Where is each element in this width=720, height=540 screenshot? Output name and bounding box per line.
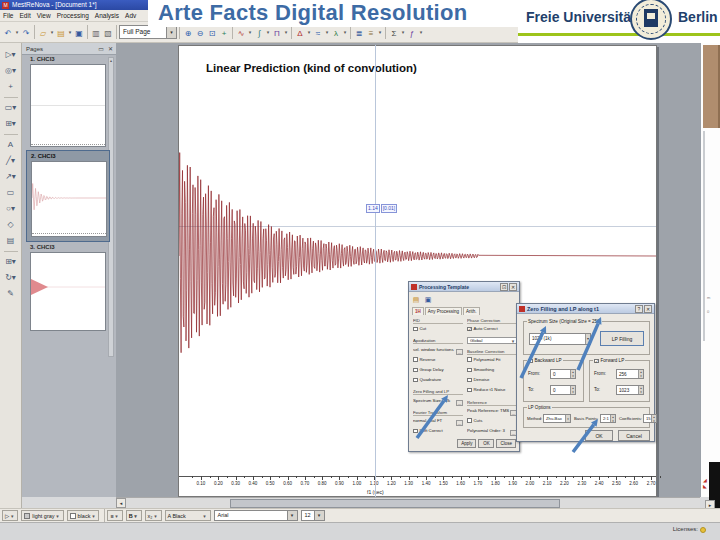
grid-icon[interactable]: ⊞▾ [4,117,18,131]
copy-icon[interactable]: ▧ [103,26,114,39]
save-icon[interactable]: ▣ [424,294,433,304]
page-thumbnail-1[interactable] [30,64,106,147]
line-tool-icon[interactable]: ╱▾ [4,154,18,168]
line-color-button[interactable]: black▾ [67,510,100,521]
scroll-up-icon[interactable]: ▴ [109,58,113,63]
basis-points-field[interactable]: 2:1▴▾ [600,414,616,423]
open-icon[interactable]: ▤ [56,26,67,39]
chevron-down-icon[interactable]: ▾ [287,511,297,520]
ok-button[interactable]: OK [585,430,613,441]
forward-from-field[interactable]: 256▴▾ [616,369,644,379]
chevron-down-icon[interactable]: ▾ [342,29,348,35]
peak-picking-icon[interactable]: ∿ [236,26,247,39]
close-icon[interactable]: ✕ [509,283,517,291]
scroll-left-arrow[interactable]: ◂ [116,498,126,508]
chevron-down-icon[interactable]: ▾ [166,26,176,38]
dialog-titlebar[interactable]: Zero Filling and LP along t1 ? ✕ [517,304,654,314]
close-button[interactable]: Close [496,439,516,448]
apply-button[interactable]: Apply [457,439,476,448]
pin-icon[interactable]: ▭ [98,43,104,55]
menu-view[interactable]: View [34,12,54,19]
method-combo[interactable]: Zhu-Bax▾ [543,414,571,423]
pointer-icon[interactable]: ▷▾ [4,48,18,62]
page-view-combo[interactable]: Full Page▾ [119,25,177,39]
forward-lp-checkbox[interactable] [594,359,599,364]
menu-file[interactable]: File [0,12,16,19]
chevron-down-icon[interactable]: ▾ [324,29,330,35]
dialog-titlebar[interactable]: Processing Template ⊡ ✕ [409,282,519,292]
spectrum-size-combo[interactable]: 1024 (1k) ▾ [529,333,591,345]
phase-correction-icon[interactable]: Δ [295,26,306,39]
rectangle-tool-icon[interactable]: ▭ [4,186,18,200]
chevron-down-icon[interactable]: ▾ [247,29,253,35]
sliver-scrollbar[interactable] [703,131,705,341]
undo-icon[interactable]: ↶ [3,26,14,39]
chevron-down-icon[interactable]: ▾ [400,29,406,35]
horizontal-scrollbar[interactable]: ◂ [116,497,700,508]
chevron-down-icon[interactable]: ▾ [14,29,20,35]
checkbox[interactable] [467,388,472,393]
font-color-button[interactable]: A Black▾ [165,510,211,521]
tab-arith-[interactable]: Arith. [463,307,480,315]
chevron-down-icon[interactable]: ▾ [67,29,73,35]
annotate-tool-icon[interactable]: ✎ [4,287,18,301]
new-document-icon[interactable]: ▱ [38,26,49,39]
checkbox[interactable] [413,357,418,362]
stacked-view-icon[interactable]: ≣ [354,26,365,39]
script-icon[interactable]: ƒ [407,26,418,39]
open-icon[interactable]: ▤ [412,294,421,304]
scrollbar-thumb[interactable] [230,499,560,508]
print-icon[interactable]: ▥ [91,26,102,39]
text-tool-icon[interactable]: A [4,138,18,152]
pan-icon[interactable]: + [219,26,230,39]
integration-icon[interactable]: ∫ [254,26,265,39]
chevron-down-icon[interactable]: ▾ [283,29,289,35]
baseline-correction-icon[interactable]: ≈ [313,26,324,39]
checkbox[interactable] [467,368,472,373]
checkbox[interactable] [467,418,472,423]
bold-button[interactable]: B▾ [126,510,142,521]
menu-analysis[interactable]: Analysis [92,12,122,19]
chevron-down-icon[interactable]: ▾ [377,29,383,35]
select-tool-button[interactable]: ▷▾ [2,510,18,521]
chevron-down-icon[interactable]: ▾ [314,511,324,520]
font-size-combo[interactable]: 12 ▾ [301,510,325,521]
multiplet-icon[interactable]: Π [272,26,283,39]
image-tool-icon[interactable]: ▤ [4,234,18,248]
chevron-down-icon[interactable]: ▾ [49,29,55,35]
font-family-combo[interactable]: Arial ▾ [214,510,298,521]
menu-processing[interactable]: Processing [54,12,92,19]
parameters-icon[interactable]: Σ [389,26,400,39]
minimize-icon[interactable]: ⊡ [500,283,508,291]
superimpose-icon[interactable]: ≡ [366,26,377,39]
page-layout-icon[interactable]: ▭▾ [4,101,18,115]
checkbox[interactable] [467,378,472,383]
checkbox[interactable] [413,327,418,332]
rotate-tool-icon[interactable]: ↻▾ [4,271,18,285]
chevron-down-icon[interactable]: ▾ [418,29,424,35]
lp-filling-button[interactable]: LP Filling [600,331,644,346]
chevron-down-icon[interactable]: ▾ [265,29,271,35]
menu-edit[interactable]: Edit [16,12,33,19]
ok-button[interactable]: OK [478,439,494,448]
align-button[interactable]: ≡▾ [107,510,122,521]
backward-from-field[interactable]: 0▴▾ [550,369,576,379]
checkbox[interactable] [467,327,472,332]
backward-lp-checkbox[interactable] [528,359,533,364]
help-icon[interactable]: ? [635,305,643,313]
tab-any-processing[interactable]: Any Processing [425,307,462,315]
polygon-tool-icon[interactable]: ◇ [4,218,18,232]
checkbox[interactable] [467,357,472,362]
page-thumbnail-3[interactable] [30,252,106,331]
redo-icon[interactable]: ↷ [21,26,32,39]
close-icon[interactable]: ✕ [644,305,652,313]
table-tool-icon[interactable]: ⊞▾ [4,255,18,269]
pan-tool-icon[interactable]: + [4,80,18,94]
coefficients-field[interactable]: 15▴▾ [643,414,657,423]
zoom-in-icon[interactable]: ⊕ [183,26,194,39]
fit-page-icon[interactable]: ⊡ [207,26,218,39]
arrow-tool-icon[interactable]: ↗▾ [4,170,18,184]
close-icon[interactable]: ✕ [108,43,113,55]
forward-to-field[interactable]: 1023▴▾ [616,385,644,395]
tab-1h[interactable]: 1H [412,307,424,315]
